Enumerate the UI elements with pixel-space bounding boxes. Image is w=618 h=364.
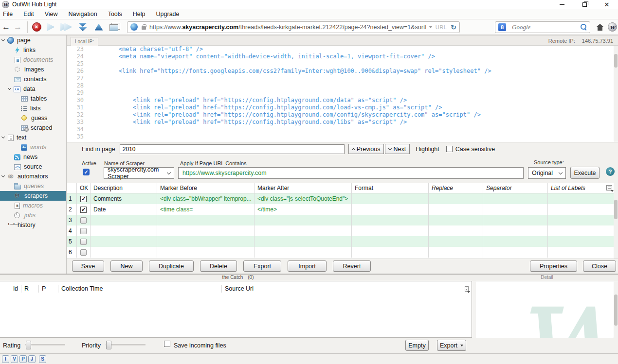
col-collection-time[interactable]: Collection Time	[58, 285, 222, 293]
sidebar-item-macros[interactable]: macros	[0, 201, 66, 210]
forward-button[interactable]: →	[14, 20, 25, 34]
help-icon[interactable]: ?	[606, 167, 615, 176]
search-box[interactable]: 8	[495, 21, 590, 33]
apply-url-input[interactable]	[178, 167, 524, 179]
save-incoming-checkbox[interactable]	[164, 341, 170, 347]
tab-i[interactable]: I	[2, 355, 9, 363]
sidebar-item-automators[interactable]: automators	[0, 172, 66, 181]
url-input[interactable]: https://www.skyscrapercity.com/threads/l…	[149, 24, 426, 31]
menu-tools[interactable]: Tools	[103, 9, 127, 19]
col-marker-after[interactable]: Marker After	[254, 183, 352, 193]
table-row[interactable]: 5	[67, 236, 614, 247]
url-bar[interactable]: https://www.skyscrapercity.com/threads/l…	[127, 21, 460, 33]
find-next-button[interactable]: Next	[385, 144, 410, 154]
chevron-down-icon[interactable]	[1, 174, 5, 177]
detail-scrollbar[interactable]	[614, 282, 618, 338]
up-button[interactable]	[91, 20, 107, 34]
cell-marker-before[interactable]: <div class="bbWrapper" itemprop...	[157, 193, 254, 204]
col-separator[interactable]: Separator	[483, 183, 548, 193]
sidebar-item-jobs[interactable]: jobs	[0, 210, 66, 220]
stop-button[interactable]: ✕	[30, 20, 43, 34]
empty-button[interactable]: Empty	[405, 340, 429, 351]
export-button[interactable]: Export	[243, 260, 281, 272]
menu-file[interactable]: File	[0, 9, 18, 19]
chevron-down-icon[interactable]	[8, 87, 11, 90]
close-scraper-button[interactable]: Close	[583, 260, 616, 272]
new-button[interactable]: New	[110, 260, 143, 272]
table-row[interactable]: 1 Comments <div class="bbWrapper" itempr…	[67, 193, 614, 204]
execute-button[interactable]: Execute	[570, 167, 600, 179]
col-replace[interactable]: Replace	[429, 183, 483, 193]
tab-p[interactable]: P	[19, 355, 27, 363]
sidebar-item-data[interactable]: data	[0, 84, 66, 94]
priority-slider[interactable]	[106, 344, 145, 346]
slider-handle[interactable]	[106, 341, 111, 349]
cell-marker-before[interactable]: <time class=	[157, 204, 254, 215]
search-engine-icon[interactable]: 8	[498, 23, 506, 31]
row-ok-checkbox[interactable]	[80, 196, 87, 202]
rating-slider[interactable]	[25, 344, 65, 346]
column-config-icon[interactable]	[465, 286, 469, 292]
menu-upgrade[interactable]: Upgrade	[151, 9, 185, 19]
find-previous-button[interactable]: Previous	[348, 144, 384, 154]
case-sensitive-checkbox[interactable]	[446, 146, 453, 152]
cell-marker-after[interactable]: <div class="js-selectToQuoteEnd">	[254, 193, 352, 204]
delete-button[interactable]: Delete	[200, 260, 237, 272]
import-button[interactable]: Import	[288, 260, 327, 272]
table-row[interactable]: 3	[67, 215, 614, 225]
active-checkbox[interactable]: ✓	[83, 169, 90, 175]
row-ok-checkbox[interactable]	[80, 249, 87, 256]
search-icon[interactable]	[581, 24, 587, 30]
sidebar-item-news[interactable]: news	[0, 152, 66, 162]
sidebar-item-queries[interactable]: queries	[0, 181, 66, 191]
sidebar-item-contacts[interactable]: contacts	[0, 74, 66, 84]
tab-s[interactable]: S	[39, 355, 46, 363]
menu-view[interactable]: View	[39, 9, 63, 19]
revert-button[interactable]: Revert	[333, 260, 371, 272]
tab-v[interactable]: V	[11, 355, 18, 363]
scraper-name-dropdown[interactable]: skyscrapercity.com Scraper	[104, 167, 174, 179]
table-scrollbar[interactable]	[614, 183, 618, 258]
refresh-icon[interactable]: ↻	[451, 23, 456, 31]
sidebar-item-images[interactable]: images	[0, 65, 66, 74]
row-ok-checkbox[interactable]	[80, 239, 87, 245]
catch-export-button[interactable]: Export	[437, 340, 466, 351]
cell-marker-after[interactable]: </time>	[254, 204, 352, 215]
source-scrollbar[interactable]	[614, 46, 618, 141]
cell-description[interactable]: Date	[91, 204, 157, 215]
tab-j[interactable]: J	[28, 355, 36, 363]
menu-navigation[interactable]: Navigation	[63, 9, 103, 19]
minimize-button[interactable]	[551, 0, 573, 9]
find-input[interactable]	[120, 144, 345, 154]
col-priority[interactable]: P	[39, 285, 58, 293]
close-button[interactable]: ✕	[596, 0, 618, 9]
col-list-of-labels[interactable]: List of Labels	[548, 183, 614, 193]
chevron-down-icon[interactable]	[1, 38, 5, 41]
sidebar-item-tables[interactable]: tables	[0, 94, 66, 104]
col-description[interactable]: Description	[91, 183, 157, 193]
sidebar-item-page[interactable]: page	[0, 35, 66, 45]
cell-description[interactable]: Comments	[91, 193, 157, 204]
table-row[interactable]: 4	[67, 225, 614, 236]
duplicate-button[interactable]: Duplicate	[149, 260, 194, 272]
sidebar-item-scraped[interactable]: scraped	[0, 123, 66, 133]
col-source-url[interactable]: Source Url	[222, 285, 461, 293]
sidebar-item-source[interactable]: source	[0, 162, 66, 172]
row-ok-checkbox[interactable]	[80, 207, 87, 213]
url-dropdown-icon[interactable]	[429, 26, 433, 28]
column-config-icon[interactable]	[606, 185, 612, 191]
row-ok-checkbox[interactable]	[80, 228, 87, 234]
run-button[interactable]	[43, 20, 58, 34]
properties-button[interactable]: Properties	[530, 260, 577, 272]
table-row[interactable]: 2 Date <time class= </time>	[67, 204, 614, 215]
menu-edit[interactable]: Edit	[18, 9, 39, 19]
source-code-panel[interactable]: 23 <meta charset="utf-8" /> 24 <meta nam…	[67, 46, 614, 142]
sidebar-item-words[interactable]: words	[0, 142, 66, 152]
col-marker-before[interactable]: Marker Before	[157, 183, 254, 193]
sidebar-item-text[interactable]: text	[0, 133, 66, 142]
chevron-down-icon[interactable]	[1, 135, 5, 139]
restore-button[interactable]	[573, 0, 596, 9]
local-ip-tab[interactable]: Local IP:	[71, 37, 98, 46]
sidebar-item-history[interactable]: history	[0, 220, 66, 230]
table-row[interactable]: 6	[67, 247, 614, 258]
